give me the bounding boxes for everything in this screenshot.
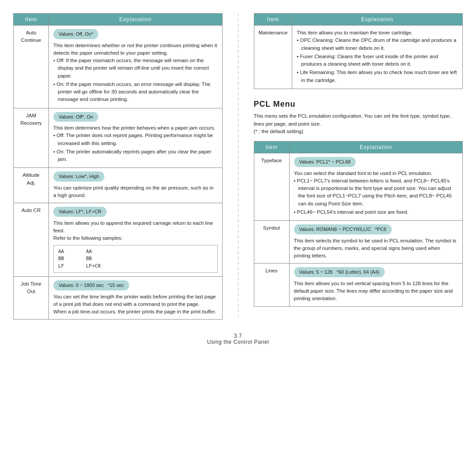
pcl-menu-description: This menu sets the PCL emulation configu… [254,112,463,136]
values-badge: Values: Low*, High [53,171,104,182]
pcl-menu-heading: PCL Menu [254,100,463,109]
values-badge: Values: 0 ~ 1800 sec *15 sec [53,280,129,290]
table-row: Typeface Values: PCL1* ~ PCL68 You can s… [254,153,463,221]
column-divider [238,13,238,320]
item-cell: JAM Recovery [14,108,49,168]
page-layout: Item Explanation AutoContinue Values: Of… [13,13,463,320]
pcl-header-explanation: Explanation [289,141,463,153]
right-top-header-item: Item [254,14,292,26]
values-badge: Values: ROMAN8 ~ PCCYRILLIC *PC8 [294,224,392,234]
lf-aa: AA [58,248,64,256]
left-column: Item Explanation AutoContinue Values: Of… [13,13,223,320]
table-row: Job Time Out Values: 0 ~ 1800 sec *15 se… [14,277,223,320]
item-cell: Auto CR [14,203,49,277]
lf-column: AA BB LF [58,248,64,270]
pcl-table: Item Explanation Typeface Values: PCL1* … [254,141,463,307]
right-top-table: Item Explanation Maintenance This item a… [254,13,463,89]
values-badge: Values: Off, On* [53,29,98,39]
table-row: AutoContinue Values: Off, On* This item … [14,26,223,108]
lf-bb: BB [58,255,64,263]
table-row: Symbol Values: ROMAN8 ~ PCCYRILLIC *PC8 … [254,221,463,264]
values-badge: Values: Off*, On [53,112,98,122]
item-cell: AutoContinue [14,26,49,108]
item-cell: Lines [254,264,289,306]
cr-diagram: AA BB LF AA BB LF+CR [53,245,218,273]
page-number: 3.7 [234,333,242,339]
explanation-cell: Values: 5 ~ 128 *60 (Letter), 64 (A4) Th… [289,264,463,306]
table-row: Maintenance This item allows you to main… [254,26,463,89]
page-footer: 3.7 Using the Control Panel [13,333,463,345]
lf-label: LF [58,263,64,270]
values-badge: Values: LF*, LF+CR [53,207,107,217]
left-table: Item Explanation AutoContinue Values: Of… [13,13,223,320]
values-badge: Values: PCL1* ~ PCL68 [294,157,356,167]
footer-label: Using the Control Panel [207,339,269,345]
table-row: Auto CR Values: LF*, LF+CR This item all… [14,203,223,277]
lfcr-bb: BB [86,255,100,263]
values-badge: Values: 5 ~ 128 *60 (Letter), 64 (A4) [294,267,385,277]
item-cell: Job Time Out [14,277,49,320]
item-cell: Altitude Adj. [14,168,49,203]
right-top-header-explanation: Explanation [292,14,463,26]
right-column: Item Explanation Maintenance This item a… [254,13,463,320]
explanation-cell: Values: LF*, LF+CR This item allows you … [49,203,223,277]
left-table-header-item: Item [14,14,49,26]
explanation-cell: Values: Off, On* This item determines wh… [49,26,223,108]
explanation-cell: Values: Low*, High You can optimize prin… [49,168,223,203]
pcl-header-item: Item [254,141,289,153]
left-table-header-explanation: Explanation [49,14,223,26]
explanation-cell: Values: Off*, On This item determines ho… [49,108,223,168]
table-row: JAM Recovery Values: Off*, On This item … [14,108,223,168]
lfcr-aa: AA [86,248,100,256]
table-row: Altitude Adj. Values: Low*, High You can… [14,168,223,203]
explanation-cell: Values: 0 ~ 1800 sec *15 sec You can set… [49,277,223,320]
explanation-cell: Values: ROMAN8 ~ PCCYRILLIC *PC8 This it… [289,221,463,264]
item-cell: Typeface [254,153,289,221]
explanation-cell: Values: PCL1* ~ PCL68 You can select the… [289,153,463,221]
item-cell: Maintenance [254,26,292,89]
lfcr-label: LF+CR [86,263,100,270]
explanation-cell: This item allows you to maintain the ton… [292,26,463,89]
item-cell: Symbol [254,221,289,264]
lfcr-column: AA BB LF+CR [86,248,100,270]
table-row: Lines Values: 5 ~ 128 *60 (Letter), 64 (… [254,264,463,306]
